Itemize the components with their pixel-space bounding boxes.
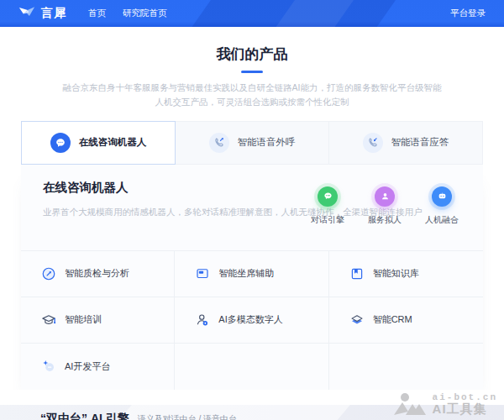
section-title: 我们的产品 — [0, 45, 504, 64]
digital-human-icon — [195, 312, 210, 328]
yanxi-logo-icon — [18, 5, 35, 22]
product-label: AI开发平台 — [65, 360, 110, 373]
brand-logo[interactable]: 言犀 — [18, 5, 66, 22]
product-label: 智能坐席辅助 — [218, 267, 274, 280]
product-tabs: 在线咨询机器人 智能语音外呼 智能语音应答 — [21, 121, 483, 165]
service-persona-icon — [375, 186, 395, 207]
product-ai-dev-platform[interactable]: AI开发平台 — [21, 344, 175, 390]
product-digital-human[interactable]: AI多模态数字人 — [175, 297, 328, 344]
main-nav: 首页 研究院首页 — [88, 8, 167, 19]
top-header: 言犀 首页 研究院首页 平台登录 — [0, 0, 504, 27]
empty-cell — [175, 344, 328, 390]
tab-label: 在线咨询机器人 — [79, 136, 147, 149]
tab-voice-answer[interactable]: 智能语音应答 — [329, 121, 483, 165]
product-panel: 在线咨询机器人 业界首个大规模商用的情感机器人，多轮对话精准理解意图，人机无缝协… — [21, 165, 483, 390]
empty-cell — [329, 344, 483, 390]
feature-label: 对话引擎 — [311, 214, 344, 226]
tab-online-consult-robot[interactable]: 在线咨询机器人 — [21, 121, 176, 165]
chat-bubble-icon — [50, 133, 71, 153]
phone-incoming-icon — [363, 133, 383, 153]
chat-engine-icon — [318, 186, 338, 207]
platform-login-button[interactable]: 平台登录 — [450, 8, 486, 19]
layers-icon — [349, 312, 365, 328]
feature-list: 对话引擎 服务拟人 — [305, 186, 465, 226]
monitor-icon — [195, 266, 210, 281]
feature-human-machine: 人机融合 — [419, 186, 465, 226]
human-machine-icon — [432, 186, 452, 207]
watermark-domain: ai-bot.cn — [433, 392, 497, 402]
product-label: 智能培训 — [65, 313, 102, 326]
gauge-icon — [41, 266, 56, 281]
product-agent-assist[interactable]: 智能坐席辅助 — [175, 251, 328, 297]
nav-item-research[interactable]: 研究院首页 — [123, 8, 167, 19]
title-underline — [241, 71, 263, 73]
sparkle-icon — [41, 359, 56, 374]
knowledge-book-icon — [349, 266, 365, 281]
panel-intro: 在线咨询机器人 业界首个大规模商用的情感机器人，多轮对话精准理解意图，人机无缝协… — [21, 165, 483, 250]
section-subtitle: 融合京东自身十年客服服务与营销最佳实践以及自研全链路AI能力，打造的服务数智化平… — [60, 81, 444, 110]
feature-label: 服务拟人 — [368, 214, 402, 226]
graduation-cap-icon — [41, 312, 56, 328]
product-label: 智能知识库 — [373, 267, 419, 280]
watermark: ai-bot.cn AI工具集 — [394, 391, 497, 417]
product-smart-training[interactable]: 智能培训 — [21, 297, 175, 344]
tab-label: 智能语音应答 — [391, 136, 449, 149]
product-quality-inspection[interactable]: 智能质检与分析 — [21, 251, 175, 297]
product-label: 智能质检与分析 — [65, 267, 129, 280]
nav-item-home[interactable]: 首页 — [88, 8, 106, 19]
feature-service-persona: 服务拟人 — [362, 186, 407, 226]
tab-label: 智能语音外呼 — [238, 136, 296, 149]
product-knowledge-base[interactable]: 智能知识库 — [329, 251, 483, 297]
product-grid: 智能质检与分析 智能坐席辅助 智能知识库 — [21, 250, 483, 390]
feature-label: 人机融合 — [425, 214, 459, 226]
phone-outgoing-icon — [209, 133, 229, 153]
page: 言犀 首页 研究院首页 平台登录 我们的产品 融合京东自身十年客服服务与营销最佳… — [0, 0, 504, 420]
feature-dialog-engine: 对话引擎 — [305, 186, 350, 226]
product-label: 智能CRM — [373, 313, 412, 326]
product-smart-crm[interactable]: 智能CRM — [329, 297, 483, 344]
brand-name: 言犀 — [41, 6, 66, 21]
ai-engine-subtitle: 语义及对话中台 / 语音中台 — [138, 413, 237, 420]
aibot-logo-icon — [394, 391, 428, 417]
product-label: AI多模态数字人 — [218, 313, 282, 326]
ai-engine-title: “双中台” AI 引擎 — [40, 412, 129, 420]
tab-voice-outbound[interactable]: 智能语音外呼 — [176, 121, 329, 165]
watermark-name: AI工具集 — [433, 402, 497, 417]
